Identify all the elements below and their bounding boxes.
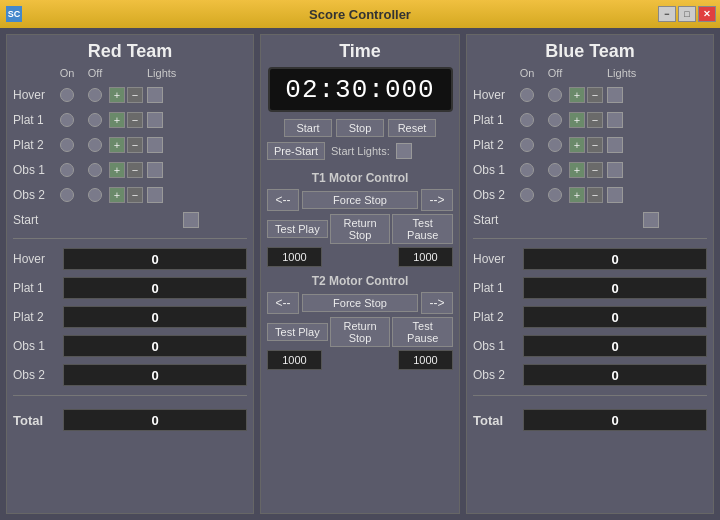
red-obs2-on[interactable] xyxy=(60,188,74,202)
start-button[interactable]: Start xyxy=(284,119,332,137)
blue-hover-lights[interactable] xyxy=(607,87,623,103)
start-lights-checkbox[interactable] xyxy=(396,143,412,159)
blue-hover-score-label: Hover xyxy=(473,252,523,266)
blue-obs2-on[interactable] xyxy=(520,188,534,202)
red-hover-plus[interactable]: + xyxy=(109,87,125,103)
blue-obs1-minus[interactable]: − xyxy=(587,162,603,178)
blue-plat1-lights[interactable] xyxy=(607,112,623,128)
red-hover-on[interactable] xyxy=(60,88,74,102)
red-plat1-off[interactable] xyxy=(88,113,102,127)
blue-obs2-plus[interactable]: + xyxy=(569,187,585,203)
t2-test-play-button[interactable]: Test Play xyxy=(267,323,328,341)
t1-right-button[interactable]: --> xyxy=(421,189,453,211)
red-start-label: Start xyxy=(13,213,53,227)
t2-val2-input[interactable] xyxy=(398,350,453,370)
blue-on-header: On xyxy=(513,67,541,79)
blue-plat2-off[interactable] xyxy=(548,138,562,152)
blue-plat1-score-row: Plat 1 0 xyxy=(473,275,707,301)
red-plat2-plus[interactable]: + xyxy=(109,137,125,153)
t2-return-stop-button[interactable]: Return Stop xyxy=(330,317,391,347)
red-hover-lights[interactable] xyxy=(147,87,163,103)
red-start-checkbox[interactable] xyxy=(183,212,199,228)
blue-divider xyxy=(473,238,707,239)
t1-val1-input[interactable] xyxy=(267,247,322,267)
red-divider2 xyxy=(13,395,247,396)
red-plat1-score-row: Plat 1 0 xyxy=(13,275,247,301)
blue-obs1-off[interactable] xyxy=(548,163,562,177)
red-obs1-plus[interactable]: + xyxy=(109,162,125,178)
stop-button[interactable]: Stop xyxy=(336,119,384,137)
reset-button[interactable]: Reset xyxy=(388,119,436,137)
red-plat2-score-value: 0 xyxy=(63,306,247,328)
blue-plat1-minus[interactable]: − xyxy=(587,112,603,128)
red-plat2-score-row: Plat 2 0 xyxy=(13,304,247,330)
blue-hover-on[interactable] xyxy=(520,88,534,102)
t1-test-pause-button[interactable]: Test Pause xyxy=(392,214,453,244)
red-hover-off[interactable] xyxy=(88,88,102,102)
blue-start-checkbox[interactable] xyxy=(643,212,659,228)
red-obs1-off[interactable] xyxy=(88,163,102,177)
blue-plat2-minus[interactable]: − xyxy=(587,137,603,153)
blue-obs1-plus[interactable]: + xyxy=(569,162,585,178)
red-obs2-lights[interactable] xyxy=(147,187,163,203)
t1-return-stop-button[interactable]: Return Stop xyxy=(330,214,391,244)
blue-plat2-score-label: Plat 2 xyxy=(473,310,523,324)
blue-obs2-minus[interactable]: − xyxy=(587,187,603,203)
red-obs2-plus[interactable]: + xyxy=(109,187,125,203)
red-plat1-minus[interactable]: − xyxy=(127,112,143,128)
red-hover-minus[interactable]: − xyxy=(127,87,143,103)
blue-obs2-off[interactable] xyxy=(548,188,562,202)
blue-obs1-on[interactable] xyxy=(520,163,534,177)
red-obs2-off[interactable] xyxy=(88,188,102,202)
blue-plat1-score-value: 0 xyxy=(523,277,707,299)
blue-obs2-lights[interactable] xyxy=(607,187,623,203)
red-obs2-label: Obs 2 xyxy=(13,188,53,202)
close-button[interactable]: ✕ xyxy=(698,6,716,22)
red-obs2-minus[interactable]: − xyxy=(127,187,143,203)
t1-test-play-button[interactable]: Test Play xyxy=(267,220,328,238)
red-obs1-on[interactable] xyxy=(60,163,74,177)
red-total-value: 0 xyxy=(63,409,247,431)
red-plat2-on[interactable] xyxy=(60,138,74,152)
t2-test-pause-button[interactable]: Test Pause xyxy=(392,317,453,347)
blue-total-row: Total 0 xyxy=(473,407,707,433)
blue-plat2-on[interactable] xyxy=(520,138,534,152)
blue-plat1-plus[interactable]: + xyxy=(569,112,585,128)
red-plat1-label: Plat 1 xyxy=(13,113,53,127)
t1-left-button[interactable]: <-- xyxy=(267,189,299,211)
timer-buttons: Start Stop Reset xyxy=(284,119,436,137)
red-plat1-on[interactable] xyxy=(60,113,74,127)
t2-val1-input[interactable] xyxy=(267,350,322,370)
blue-plat2-lights[interactable] xyxy=(607,137,623,153)
blue-plat1-on[interactable] xyxy=(520,113,534,127)
red-plat1-score-value: 0 xyxy=(63,277,247,299)
red-plat2-lights[interactable] xyxy=(147,137,163,153)
red-plat1-lights[interactable] xyxy=(147,112,163,128)
t1-motor-section: T1 Motor Control <-- Force Stop --> Test… xyxy=(267,171,453,267)
red-start-row: Start xyxy=(13,209,247,231)
t1-force-stop-button[interactable]: Force Stop xyxy=(302,191,418,209)
t2-left-button[interactable]: <-- xyxy=(267,292,299,314)
red-plat1-plus[interactable]: + xyxy=(109,112,125,128)
t2-motor-title: T2 Motor Control xyxy=(267,274,453,288)
blue-plat1-off[interactable] xyxy=(548,113,562,127)
blue-hover-minus[interactable]: − xyxy=(587,87,603,103)
blue-hover-plus[interactable]: + xyxy=(569,87,585,103)
t2-force-stop-button[interactable]: Force Stop xyxy=(302,294,418,312)
red-obs1-label: Obs 1 xyxy=(13,163,53,177)
red-obs2-row: Obs 2 + − xyxy=(13,184,247,206)
red-obs2-score-value: 0 xyxy=(63,364,247,386)
blue-col-headers: On Off Lights xyxy=(473,67,707,79)
red-obs1-minus[interactable]: − xyxy=(127,162,143,178)
red-obs1-lights[interactable] xyxy=(147,162,163,178)
t1-val2-input[interactable] xyxy=(398,247,453,267)
pre-start-button[interactable]: Pre-Start xyxy=(267,142,325,160)
blue-plat2-plus[interactable]: + xyxy=(569,137,585,153)
blue-obs1-lights[interactable] xyxy=(607,162,623,178)
restore-button[interactable]: □ xyxy=(678,6,696,22)
minimize-button[interactable]: − xyxy=(658,6,676,22)
red-plat2-off[interactable] xyxy=(88,138,102,152)
blue-hover-off[interactable] xyxy=(548,88,562,102)
red-plat2-minus[interactable]: − xyxy=(127,137,143,153)
t2-right-button[interactable]: --> xyxy=(421,292,453,314)
